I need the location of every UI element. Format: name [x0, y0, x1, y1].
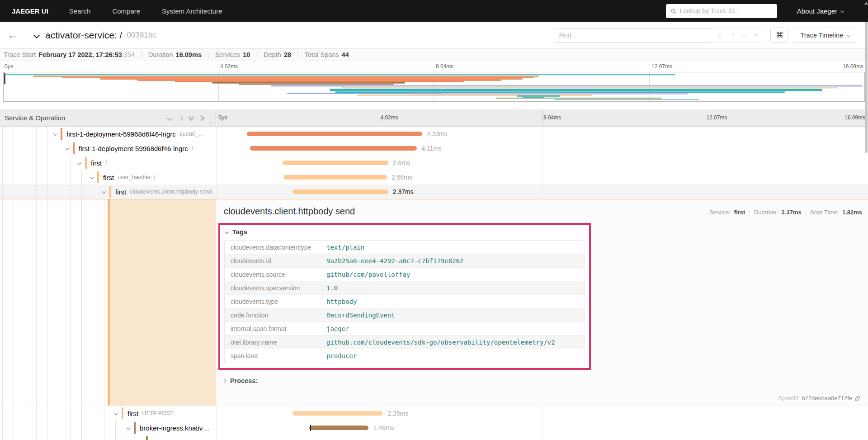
span-row[interactable]: first HTTP POST 2.26ms — [0, 406, 868, 421]
timeline-tick: 4.02ms — [380, 114, 398, 121]
trace-start-value: February 17 2022, 17:26:53 — [38, 51, 122, 58]
command-icon: ⌘ — [776, 30, 783, 40]
service-color-bar — [73, 142, 75, 154]
span-duration-label: 4.11ms — [421, 145, 442, 152]
service-value: first — [734, 209, 745, 216]
chevron-down-icon[interactable] — [114, 412, 118, 415]
minimap-range-selector[interactable] — [3, 72, 865, 102]
service-color-bar — [146, 436, 148, 440]
span-bar[interactable] — [283, 175, 387, 180]
span-row[interactable]: first user_handler: / 2.56ms — [0, 170, 868, 185]
chevron-down-icon — [225, 230, 229, 234]
service-operation-header: Service & Operation — [5, 114, 168, 122]
collapse-trace-chevron-icon[interactable] — [33, 32, 40, 38]
span-row[interactable]: broker-ingress.kn… 1.28ms — [0, 435, 868, 440]
span-bar[interactable] — [247, 132, 422, 136]
detail-indent-strip — [108, 199, 216, 406]
tag-row[interactable]: cloudevents.specversion1.0 — [225, 281, 585, 295]
span-bar[interactable] — [292, 411, 383, 416]
services-value: 10 — [243, 51, 250, 58]
tag-row[interactable]: cloudevents.datacontenttypetext/plain — [225, 241, 585, 254]
next-match-icon[interactable] — [742, 33, 745, 37]
tag-row[interactable]: internal.span.formatjaeger — [225, 322, 585, 336]
trace-start-fraction: .354 — [122, 51, 135, 58]
trace-lookup-input[interactable] — [679, 7, 772, 14]
find-input[interactable] — [554, 28, 711, 43]
service-name: first — [103, 174, 114, 181]
tag-row[interactable]: span.kindproducer — [225, 349, 585, 363]
span-duration-label: 2.37ms — [393, 188, 414, 195]
minimap-tick: 0μs — [5, 63, 14, 70]
app-brand[interactable]: JAEGER UI — [12, 7, 48, 15]
back-button[interactable]: ← — [0, 22, 26, 48]
total-spans-value: 44 — [342, 51, 349, 58]
column-resize-handle[interactable]: || — [208, 120, 212, 125]
search-icon — [670, 8, 677, 14]
nav-item-search[interactable]: Search — [69, 7, 91, 15]
find-controls: × — [711, 28, 766, 43]
service-name: first-1-deployment-59968d6f46-lngrc — [66, 130, 176, 138]
tags-section-highlighted: Tags cloudevents.datacontenttypetext/pla… — [218, 223, 591, 370]
page-scrollbar[interactable] — [864, 0, 868, 440]
link-icon[interactable] — [854, 395, 861, 402]
tags-table: cloudevents.datacontenttypetext/plain cl… — [224, 240, 585, 363]
chevron-down-icon[interactable] — [102, 190, 106, 194]
tag-row[interactable]: cloudevents.id9a2b25a0-eee4-4292-a0c7-c7… — [225, 254, 585, 268]
timeline-tick: 8.04ms — [543, 114, 561, 121]
nav-item-system-architecture[interactable]: System Architecture — [162, 7, 222, 15]
span-row-selected[interactable]: first cloudevents.client.httpbody send 2… — [0, 185, 868, 199]
tag-row[interactable]: cloudevents.sourcegithub/com/pavolloffay — [225, 268, 585, 281]
collapse-all-icon[interactable] — [189, 116, 193, 120]
indent-guides — [2, 127, 52, 141]
tags-section-header[interactable]: Tags — [220, 225, 589, 239]
trace-view-selector[interactable]: Trace Timeline — [794, 28, 856, 43]
tag-row[interactable]: otel.library.namegithub.com/cloudevents/… — [225, 336, 585, 349]
minimap-tick: 12.07ms — [651, 63, 672, 70]
services-label: Services — [215, 51, 241, 58]
collapse-one-icon[interactable] — [167, 115, 172, 120]
service-color-bar — [97, 171, 99, 183]
span-row[interactable]: first-1-deployment-59968d6f46-lngrc / 4.… — [0, 141, 868, 156]
service-name: broker-ingress.kn… — [152, 439, 211, 440]
chevron-down-icon[interactable] — [90, 175, 94, 179]
span-detail-row: cloudevents.client.httpbody send Service… — [0, 199, 868, 406]
trace-id: 00391bc — [127, 31, 156, 40]
expand-one-icon[interactable] — [178, 115, 183, 120]
span-bar[interactable] — [250, 146, 417, 151]
indent-guides — [2, 156, 76, 170]
minimap-tick: 8.04ms — [436, 63, 453, 70]
focus-match-icon[interactable] — [718, 33, 723, 38]
indent-guides — [2, 435, 137, 440]
span-rows: first-1-deployment-59968d6f46-lngrc queu… — [0, 127, 868, 440]
tag-row[interactable]: code.functionRecordSendingEvent — [225, 308, 585, 322]
span-bar[interactable] — [292, 189, 388, 194]
previous-match-icon[interactable] — [731, 33, 734, 37]
chevron-down-icon[interactable] — [127, 426, 130, 430]
trace-title: activator-service: / — [45, 30, 122, 41]
keyboard-shortcuts-button[interactable]: ⌘ — [770, 28, 788, 43]
span-bar[interactable] — [283, 161, 388, 165]
about-jaeger-menu[interactable]: About Jaeger — [797, 7, 844, 15]
operation-name: cloudevents.client.httpbody send — [130, 189, 212, 195]
process-section-header[interactable]: Process: — [223, 377, 862, 384]
duration-value: 2.37ms — [782, 209, 802, 216]
chevron-down-icon[interactable] — [66, 147, 69, 150]
chevron-down-icon — [840, 9, 844, 13]
span-row[interactable]: broker-ingress.knativ… 1.46ms — [0, 421, 868, 435]
tag-row[interactable]: cloudevents.typehttpbody — [225, 295, 585, 308]
scrollbar-thumb[interactable] — [865, 22, 868, 153]
span-row[interactable]: first-1-deployment-59968d6f46-lngrc queu… — [0, 127, 868, 141]
scroll-up-arrow-icon[interactable] — [864, 2, 868, 5]
depth-value: 28 — [284, 51, 291, 58]
trace-lookup-box[interactable] — [666, 4, 777, 18]
span-row[interactable]: first / 2.6ms — [0, 156, 868, 170]
span-id-value: b22debcaa8e712fe — [802, 395, 852, 402]
chevron-down-icon[interactable] — [53, 132, 57, 136]
chevron-down-icon[interactable] — [78, 161, 81, 165]
nav-item-compare[interactable]: Compare — [112, 7, 140, 15]
span-bar[interactable] — [309, 426, 368, 430]
span-duration-label: 2.6ms — [393, 159, 410, 166]
start-time-label: Start Time: — [810, 209, 839, 216]
expand-all-icon[interactable] — [200, 116, 204, 120]
clear-find-icon[interactable]: × — [754, 31, 759, 39]
